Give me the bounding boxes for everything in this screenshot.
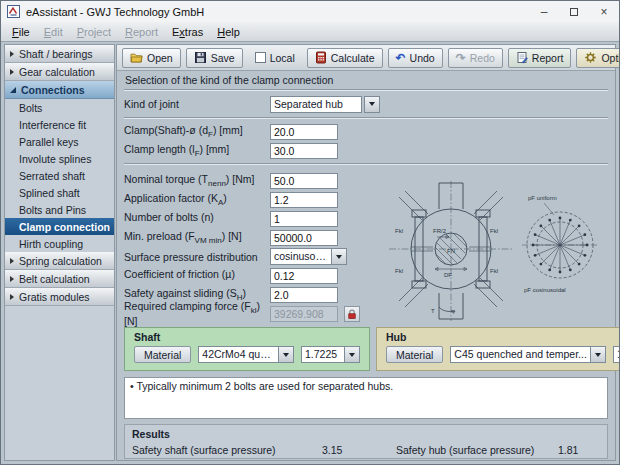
hub-panel-title: Hub: [386, 331, 620, 343]
sidebar-section-connections[interactable]: Connections: [5, 81, 114, 99]
sidebar-item-parallel-keys[interactable]: Parallel keys: [5, 133, 114, 150]
diagram-label-uniform: pF uniform: [528, 195, 557, 201]
friction-input[interactable]: [270, 268, 338, 284]
sidebar-item-splined-shaft[interactable]: Splined shaft: [5, 184, 114, 201]
hub-panel: Hub Material C45 quenched and temper... …: [376, 327, 620, 371]
redo-button[interactable]: ↷ Redo: [448, 48, 503, 68]
calculate-button[interactable]: Calculate: [307, 48, 383, 68]
local-checkbox[interactable]: [255, 52, 266, 63]
shaft-material-button[interactable]: Material: [134, 346, 191, 363]
menu-help[interactable]: Help: [210, 24, 247, 40]
pressure-distribution-select[interactable]: cosinusoidal: [270, 248, 347, 265]
report-button[interactable]: Report: [508, 48, 572, 68]
result-label-shaft: Safety shaft (surface pressure): [132, 444, 322, 456]
minimize-button[interactable]: –: [529, 1, 559, 22]
sidebar-item-involute-splines[interactable]: Involute splines: [5, 150, 114, 167]
menu-extras[interactable]: Extras: [165, 24, 210, 40]
nominal-torque-label: Nominal torque (Tnenn) [Nm]: [124, 173, 270, 188]
shaft-material-number-select[interactable]: 1.7225: [301, 346, 360, 363]
clamp-length-label: Clamp length (lF) [mm]: [124, 143, 270, 158]
note-text: • Typically minimum 2 bolts are used for…: [130, 380, 393, 392]
pressure-distribution-diagram: pF uniform pF cosinusoidal: [514, 191, 606, 296]
sidebar-section-gear-calculation[interactable]: Gear calculation: [5, 63, 114, 81]
section-label: Connections: [21, 84, 85, 96]
separator: [124, 89, 608, 91]
required-force-input: [270, 306, 338, 322]
number-of-bolts-input[interactable]: [270, 211, 338, 227]
min-preload-label: Min. preload (FVM min) [N]: [124, 230, 270, 245]
maximize-button[interactable]: [559, 1, 589, 22]
maximize-icon: [570, 8, 578, 16]
save-button[interactable]: Save: [186, 48, 243, 68]
sidebar: Shaft / bearings Gear calculation Connec…: [4, 44, 115, 461]
sidebar-item-interference-fit[interactable]: Interference fit: [5, 116, 114, 133]
menu-edit[interactable]: Edit: [37, 24, 70, 40]
menu-project[interactable]: Project: [70, 24, 118, 40]
save-disk-icon: [194, 51, 207, 64]
diagram-label-fkl: Fkl: [395, 268, 403, 274]
clamp-diameter-input[interactable]: [270, 124, 338, 140]
hub-material-button[interactable]: Material: [386, 346, 443, 363]
result-value-shaft: 3.15: [322, 444, 396, 456]
kind-of-joint-value: Separated hub: [270, 96, 362, 113]
chevron-down-icon[interactable]: [344, 346, 360, 363]
chevron-down-icon[interactable]: [278, 346, 294, 363]
hub-material-number-select[interactable]: 1.0503: [613, 346, 620, 363]
chevron-down-icon[interactable]: [331, 248, 347, 265]
undo-label: Undo: [410, 52, 435, 64]
redo-arrow-icon: ↷: [456, 53, 466, 63]
sidebar-item-hirth-coupling[interactable]: Hirth coupling: [5, 235, 114, 252]
clamp-connection-diagram: Fkl Fkl Fkl Fkl FR/2 FN DF T: [389, 181, 514, 321]
separator: [124, 117, 608, 119]
results-panel: Results Safety shaft (surface pressure) …: [124, 424, 608, 459]
shaft-material-select[interactable]: 42CrMo4 quenched and te...: [198, 346, 294, 363]
section-label: Gear calculation: [19, 66, 95, 78]
diagram-label-cosinusoidal: pF cosinusoidal: [524, 287, 566, 293]
sidebar-item-clamp-connection[interactable]: Clamp connection: [5, 218, 114, 235]
open-folder-icon: [130, 51, 143, 64]
clamp-length-input[interactable]: [270, 143, 338, 159]
sidebar-item-bolts-and-pins[interactable]: Bolts and Pins: [5, 201, 114, 218]
min-preload-input[interactable]: [270, 230, 338, 246]
open-button[interactable]: Open: [122, 48, 181, 68]
required-force-label: Required clamping force (Fkl) [N]: [124, 300, 270, 327]
shaft-panel: Shaft Material 42CrMo4 quenched and te..…: [124, 327, 370, 371]
nominal-torque-input[interactable]: [270, 173, 338, 189]
application-factor-input[interactable]: [270, 192, 338, 208]
safety-sliding-input[interactable]: [270, 287, 338, 303]
sidebar-item-bolts[interactable]: Bolts: [5, 99, 114, 116]
sidebar-section-spring-calculation[interactable]: Spring calculation: [5, 252, 114, 270]
open-label: Open: [147, 52, 173, 64]
sidebar-item-serrated-shaft[interactable]: Serrated shaft: [5, 167, 114, 184]
calculate-label: Calculate: [331, 52, 375, 64]
undo-button[interactable]: ↶ Undo: [388, 48, 443, 68]
chevron-down-icon[interactable]: [364, 96, 380, 113]
separator: [124, 163, 608, 165]
lock-button[interactable]: [344, 306, 360, 322]
diagram-label-torque: T: [431, 308, 435, 314]
results-title: Results: [132, 428, 600, 440]
diagram-label-fkl: Fkl: [490, 268, 498, 274]
menu-file[interactable]: File: [5, 24, 37, 40]
section-title: Selection of the kind of the clamp conne…: [125, 74, 608, 86]
close-button[interactable]: ×: [589, 1, 619, 22]
field-clamp-length: Clamp length (lF) [mm]: [124, 141, 608, 160]
chevron-down-icon[interactable]: [590, 346, 606, 363]
hub-material-number-value: 1.0503: [613, 346, 620, 363]
sidebar-section-gratis-modules[interactable]: Gratis modules: [5, 288, 114, 306]
expanded-triangle-icon: [10, 87, 16, 93]
collapsed-triangle-icon: [10, 276, 14, 282]
sidebar-section-shaft-bearings[interactable]: Shaft / bearings: [5, 45, 114, 63]
collapsed-triangle-icon: [10, 258, 14, 264]
section-label: Belt calculation: [19, 273, 90, 285]
friction-label: Coefficient of friction (µ): [124, 268, 270, 283]
app-icon: [7, 5, 20, 18]
save-label: Save: [211, 52, 235, 64]
hub-material-value: C45 quenched and temper...: [450, 346, 591, 363]
diagram-label-fr2: FR/2: [433, 228, 447, 234]
sidebar-section-belt-calculation[interactable]: Belt calculation: [5, 270, 114, 288]
menu-report[interactable]: Report: [118, 24, 165, 40]
options-button[interactable]: Options: [576, 48, 620, 68]
hub-material-select[interactable]: C45 quenched and temper...: [450, 346, 606, 363]
kind-of-joint-select[interactable]: Separated hub: [270, 96, 380, 113]
